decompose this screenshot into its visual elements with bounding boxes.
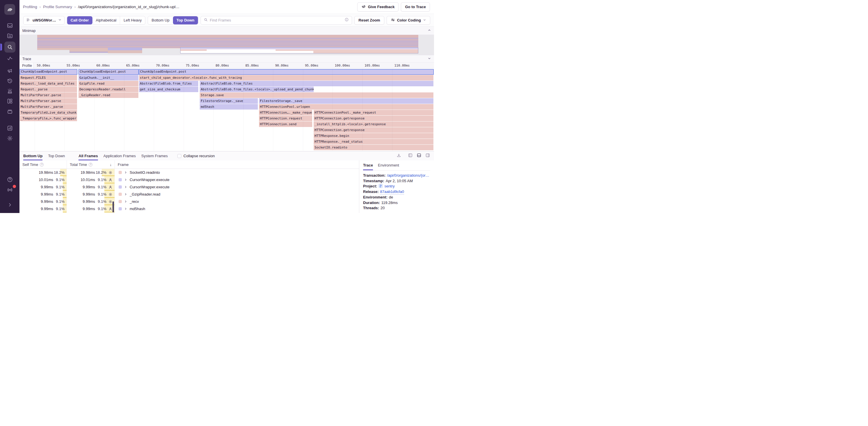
flame-frame-bar[interactable]: get_size_and_checksum xyxy=(139,87,198,92)
sidebar-item-issues[interactable] xyxy=(4,21,16,30)
sidebar-item-explore[interactable] xyxy=(4,31,16,40)
flame-frame-bar[interactable]: ChunkUploadEndpoint.post xyxy=(139,69,434,75)
flame-frame-bar[interactable]: HTTPResponse._read_status xyxy=(314,139,434,144)
sidebar-item-traces[interactable] xyxy=(4,54,16,63)
go-to-trace-button[interactable]: Go to Trace xyxy=(401,2,430,12)
flame-frame-bar[interactable]: HTTPConnection…._make_request xyxy=(259,110,312,116)
flame-frame-bar[interactable]: AbstractFileBlob.from_files xyxy=(139,81,198,86)
expand-chevron-icon[interactable] xyxy=(124,171,127,174)
flame-frame-bar[interactable]: MultiPartParser.parse xyxy=(20,92,77,98)
sidebar-item-settings[interactable] xyxy=(4,134,16,143)
trace-header[interactable]: Trace xyxy=(20,55,434,63)
layout-left-panel-icon[interactable] xyxy=(408,153,413,159)
flame-frame-bar[interactable]: HTTPConnection.send xyxy=(259,122,312,127)
flame-frame-bar[interactable]: md5hash xyxy=(200,104,258,109)
flame-frame-bar[interactable]: Request._parse xyxy=(20,87,77,92)
flame-frame-bar[interactable]: HTTPConnection.getresponse xyxy=(314,127,434,133)
direction-bottom-up[interactable]: Bottom Up xyxy=(148,16,173,24)
sidebar-item-insights[interactable] xyxy=(4,124,16,132)
flame-frame-bar[interactable]: _TemporaryFile…>.func_wrapper xyxy=(20,116,77,121)
flame-frame-bar[interactable]: GzipFile.read xyxy=(79,81,138,86)
frame-table-row[interactable]: 9.99ms9.1%9.99ms9.1%md5hash xyxy=(20,205,359,212)
sidebar-item-help[interactable] xyxy=(4,175,16,184)
expand-chevron-icon[interactable] xyxy=(124,193,127,196)
expand-chevron-icon[interactable] xyxy=(124,200,127,203)
download-icon[interactable] xyxy=(397,153,401,159)
help-circle-icon[interactable]: ? xyxy=(40,163,43,166)
reset-zoom-button[interactable]: Reset Zoom xyxy=(354,16,384,25)
breadcrumb-profile-summary[interactable]: Profile Summary xyxy=(43,5,72,9)
tab-top-down[interactable]: Top Down xyxy=(48,152,65,160)
sort-call-order[interactable]: Call Order xyxy=(67,16,92,24)
sentry-logo[interactable] xyxy=(4,4,15,15)
sidebar-item-feedback[interactable] xyxy=(4,66,16,75)
tab-application-frames[interactable]: Application Frames xyxy=(103,152,136,160)
color-coding-button[interactable]: Color Coding xyxy=(386,16,430,25)
thread-selector-dropdown[interactable]: uWSGIWor… xyxy=(23,16,65,25)
flame-frame-bar[interactable]: Request.FILES xyxy=(20,75,77,80)
detail-field-link[interactable]: /api/0/organizations/{organ… xyxy=(387,173,430,178)
collapse-recursion-checkbox[interactable] xyxy=(177,154,181,158)
sort-left-heavy[interactable]: Left Heavy xyxy=(120,16,145,24)
flame-frame-bar[interactable]: ChunkUploadEndpoint.post xyxy=(79,69,138,75)
sort-alphabetical[interactable]: Alphabetical xyxy=(92,16,120,24)
column-total-time[interactable]: Total Time ? ↓ xyxy=(67,160,115,168)
flame-frame-bar[interactable]: TemporaryFileU…ive_data_chunk xyxy=(20,110,77,116)
frame-table-row[interactable]: 10.01ms9.1%10.01ms9.1%CursorWrapper.exec… xyxy=(20,176,359,183)
frame-table-row[interactable]: 9.99ms9.1%9.99ms9.1%_GzipReader.read xyxy=(20,191,359,198)
flame-frame-bar[interactable]: HTTPConnectionPool.urlopen xyxy=(259,104,434,109)
find-frames-input[interactable] xyxy=(210,18,343,22)
sidebar-item-search[interactable] xyxy=(4,41,16,53)
flame-frame-bar[interactable]: AbstractFileBlob.from_files xyxy=(200,81,434,86)
sidebar-item-replays[interactable] xyxy=(4,76,16,85)
layout-bottom-panel-icon[interactable] xyxy=(416,153,422,159)
tab-bottom-up[interactable]: Bottom Up xyxy=(23,152,42,160)
minimap-flame-preview[interactable] xyxy=(37,35,418,54)
sidebar-item-whats-new[interactable] xyxy=(4,186,16,194)
direction-top-down[interactable]: Top Down xyxy=(173,16,198,24)
flame-frame-bar[interactable]: HTTPConnection.getresponse xyxy=(314,116,434,121)
flame-frame-bar[interactable]: ChunkUploadEndpoint.post xyxy=(20,69,77,75)
expand-chevron-icon[interactable] xyxy=(124,186,127,189)
flame-frame-bar[interactable]: AbstractFileBlob.from_files.<locals>._up… xyxy=(200,87,314,92)
frame-table-row[interactable]: 9.99ms9.1%9.99ms9.1%CursorWrapper.execut… xyxy=(20,183,359,191)
sidebar-item-releases[interactable] xyxy=(4,107,16,116)
minimap[interactable] xyxy=(20,35,434,55)
frame-table-row[interactable]: 19.98ms18.2%19.98ms18.2%SocketIO.readint… xyxy=(20,169,359,176)
sidebar-item-alerts[interactable] xyxy=(4,87,16,95)
flame-frame-bar[interactable]: HTTPResponse.begin xyxy=(314,133,434,139)
flame-frame-bar[interactable]: HTTPConnection.request xyxy=(259,116,312,121)
details-tab-environment[interactable]: Environment xyxy=(378,163,399,170)
layout-right-panel-icon[interactable] xyxy=(425,153,430,159)
sidebar-item-dashboards[interactable] xyxy=(4,97,16,105)
help-circle-icon[interactable]: ? xyxy=(89,163,92,166)
flame-frame-bar[interactable]: HTTPConnectionPool._make_request xyxy=(314,110,434,116)
tab-all-frames[interactable]: All Frames xyxy=(79,152,98,160)
flame-frame-bar[interactable]: MultiPartParser.parse xyxy=(20,98,77,104)
detail-field-link[interactable]: 87aab1d9cfa0 xyxy=(380,189,404,195)
minimap-viewport[interactable] xyxy=(180,47,418,54)
flame-frame-bar[interactable]: _install_httplib.<locals>.getresponse xyxy=(314,122,434,127)
flame-frame-bar[interactable]: _GzipReader.read xyxy=(79,92,138,98)
give-feedback-button[interactable]: Give Feedback xyxy=(357,2,399,12)
flame-frame-bar[interactable]: GzipChunk.__init__ xyxy=(79,75,138,80)
breadcrumb-profiling[interactable]: Profiling xyxy=(23,5,37,9)
flame-frame-bar[interactable]: start_child_span_decorator.<locals>.func… xyxy=(139,75,434,80)
expand-chevron-icon[interactable] xyxy=(124,207,127,210)
expand-chevron-icon[interactable] xyxy=(124,178,127,181)
chevron-up-icon[interactable] xyxy=(428,29,431,33)
details-tab-trace[interactable]: Trace xyxy=(363,163,373,170)
flame-frame-bar[interactable]: DecompressReader.readall xyxy=(79,87,138,92)
column-frame[interactable]: Frame xyxy=(115,160,359,168)
flamegraph[interactable]: ChunkUploadEndpoint.postChunkUploadEndpo… xyxy=(20,69,434,151)
sort-descending-icon[interactable]: ↓ xyxy=(110,162,112,167)
flame-frame-bar[interactable]: FilestoreStorage._save xyxy=(259,98,434,104)
flame-frame-bar[interactable]: Request._load_data_and_files xyxy=(20,81,77,86)
frame-table-row[interactable]: 9.99ms9.1%9.99ms9.1%_recv xyxy=(20,198,359,205)
chevron-down-icon[interactable] xyxy=(428,57,431,61)
column-self-time[interactable]: Self Time ? xyxy=(20,160,67,168)
info-icon[interactable] xyxy=(344,18,349,23)
minimap-header[interactable]: Minimap xyxy=(20,27,434,35)
tab-system-frames[interactable]: System Frames xyxy=(141,152,168,160)
flame-frame-bar[interactable]: MultiPartParser._parse xyxy=(20,104,77,109)
